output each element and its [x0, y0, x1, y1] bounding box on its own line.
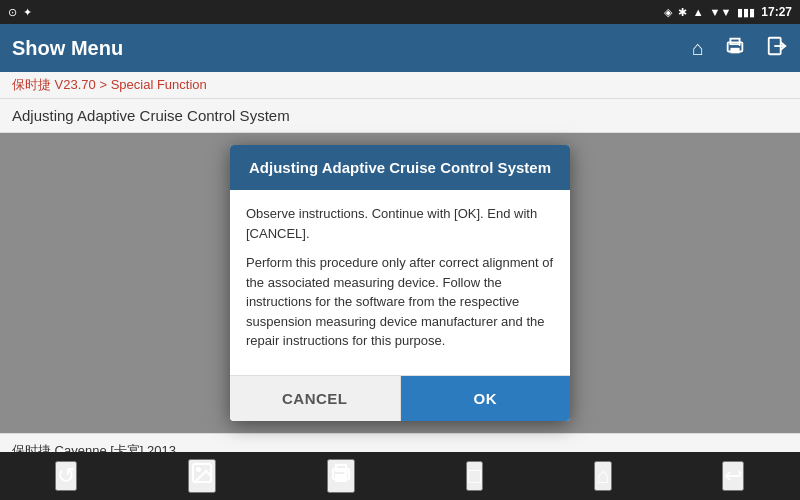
svg-rect-10: [336, 475, 346, 481]
bottom-nav: ↺ □ ⌂ ↩: [0, 452, 800, 500]
back-button[interactable]: ↩: [722, 461, 744, 491]
top-nav: Show Menu ⌂: [0, 24, 800, 72]
home-nav-button[interactable]: ⌂: [594, 461, 611, 491]
exit-button[interactable]: [766, 35, 788, 62]
svg-point-7: [197, 468, 200, 471]
gallery-button[interactable]: [188, 459, 216, 493]
page-title-bar: Adjusting Adaptive Cruise Control System: [0, 99, 800, 133]
dialog-title: Adjusting Adaptive Cruise Control System: [246, 159, 554, 176]
ok-button[interactable]: OK: [401, 376, 571, 421]
page-title: Adjusting Adaptive Cruise Control System: [12, 107, 290, 124]
dialog-body-p2: Perform this procedure only after correc…: [246, 253, 554, 351]
battery-icon: ▮▮▮: [737, 6, 755, 19]
svg-point-11: [345, 471, 347, 473]
print-nav-button[interactable]: [327, 459, 355, 493]
status-icon-2: ✦: [23, 6, 32, 19]
location-icon: ◈: [664, 6, 672, 19]
refresh-button[interactable]: ↺: [55, 461, 77, 491]
nav-icons: ⌂: [692, 35, 788, 62]
main-content: Adjusting Adaptive Cruise Control System…: [0, 133, 800, 433]
dialog: Adjusting Adaptive Cruise Control System…: [230, 145, 570, 421]
cancel-button[interactable]: CANCEL: [230, 376, 401, 421]
status-bar: ⊙ ✦ ◈ ✱ ▲ ▼▼ ▮▮▮ 17:27: [0, 0, 800, 24]
signal-icon: ▲: [693, 6, 704, 18]
bluetooth-icon: ✱: [678, 6, 687, 19]
wifi-icon: ▼▼: [710, 6, 732, 18]
app-title: Show Menu: [12, 37, 123, 60]
clock: 17:27: [761, 5, 792, 19]
svg-point-3: [739, 44, 741, 46]
dialog-body: Observe instructions. Continue with [OK]…: [230, 190, 570, 365]
breadcrumb-text: 保时捷 V23.70 > Special Function: [12, 77, 207, 92]
dialog-footer: CANCEL OK: [230, 375, 570, 421]
dialog-body-p1: Observe instructions. Continue with [OK]…: [246, 204, 554, 243]
print-button[interactable]: [724, 35, 746, 62]
recent-apps-button[interactable]: □: [466, 461, 483, 491]
home-button[interactable]: ⌂: [692, 37, 704, 60]
status-right: ◈ ✱ ▲ ▼▼ ▮▮▮ 17:27: [664, 5, 792, 19]
status-icon-1: ⊙: [8, 6, 17, 19]
svg-rect-2: [730, 47, 739, 53]
status-left: ⊙ ✦: [8, 6, 32, 19]
dialog-header: Adjusting Adaptive Cruise Control System: [230, 145, 570, 190]
modal-overlay: Adjusting Adaptive Cruise Control System…: [0, 133, 800, 433]
breadcrumb: 保时捷 V23.70 > Special Function: [0, 72, 800, 99]
